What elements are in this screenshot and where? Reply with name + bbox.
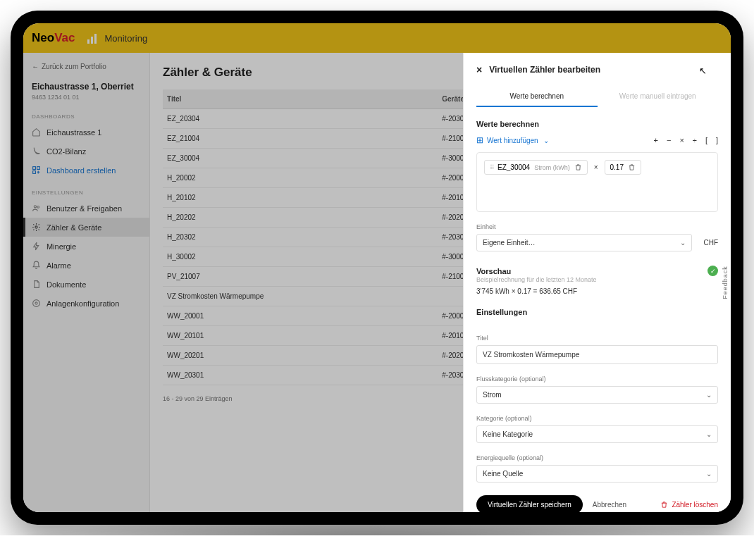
sidebar-item-meters[interactable]: Zähler & Geräte [23, 218, 149, 237]
svg-point-7 [33, 300, 40, 307]
sidebar-item-eichaustrasse[interactable]: Eichaustrasse 1 [23, 123, 149, 142]
cancel-button[interactable]: Abbrechen [593, 501, 626, 509]
chip-unit: Strom (kWh) [534, 164, 570, 171]
preview-sub: Beispielrechnung für die letzten 12 Mona… [476, 276, 718, 283]
unit-label: Einheit [476, 223, 718, 230]
sidebar-item-label: Benutzer & Freigaben [47, 204, 122, 213]
check-icon: ✓ [707, 266, 718, 276]
tab-calculate[interactable]: Werte berechnen [476, 87, 598, 107]
sidebar-item-alarms[interactable]: Alarme [23, 256, 149, 275]
sidebar-item-documents[interactable]: Dokumente [23, 275, 149, 294]
settings-icon [32, 299, 41, 308]
kat-label: Kategorie (optional) [476, 415, 718, 422]
sidebar-item-label: Eichaustrasse 1 [47, 128, 101, 137]
sidebar-item-label: Dashboard erstellen [47, 166, 116, 175]
sidebar: Zurück zum Portfolio Eichaustrasse 1, Ob… [23, 53, 150, 512]
settings-heading: Einstellungen [476, 308, 718, 316]
op-button[interactable]: [ [705, 136, 707, 144]
preview-calc: 3'745 kWh × 0.17 = 636.65 CHF [476, 287, 718, 295]
topbar: NeoVac Monitoring [23, 23, 731, 53]
bolt-icon [32, 242, 41, 251]
sidebar-item-co2[interactable]: CO2-Bilanz [23, 142, 149, 161]
fluss-label: Flusskategorie (optional) [476, 375, 718, 382]
formula-editor[interactable]: ⠿ EZ_30004 Strom (kWh) × 0.17 [476, 152, 718, 212]
add-value-button[interactable]: Wert hinzufügen [476, 135, 549, 145]
sidebar-item-label: Alarme [47, 261, 71, 270]
create-dashboard[interactable]: Dashboard erstellen [23, 161, 149, 180]
op-button[interactable]: ÷ [693, 136, 697, 144]
sidebar-item-minergie[interactable]: Minergie [23, 237, 149, 256]
formula-chip-factor[interactable]: 0.17 [605, 160, 641, 175]
unit-select[interactable]: Eigene Einheit… [476, 234, 692, 251]
kat-select[interactable]: Keine Kategorie [476, 425, 718, 443]
save-button[interactable]: Virtuellen Zähler speichern [476, 495, 583, 512]
leaf-icon [32, 147, 41, 156]
sidebar-item-label: Anlagenkonfiguration [47, 299, 119, 308]
address-id: 9463 1234 01 01 [32, 94, 141, 101]
close-icon[interactable]: × [476, 64, 482, 75]
users-icon [32, 204, 41, 213]
drag-icon[interactable]: ⠿ [490, 164, 493, 171]
tab-manual[interactable]: Werte manuell eintragen [598, 87, 719, 107]
home-icon [32, 127, 41, 137]
feedback-tab[interactable]: Feedback [722, 266, 729, 299]
titel-label: Titel [476, 335, 718, 342]
multiply-icon: × [594, 163, 598, 171]
energie-label: Energiequelle (optional) [476, 454, 718, 461]
edit-panel: × Virtuellen Zähler bearbeiten Werte ber… [463, 53, 731, 512]
app-name: Monitoring [104, 33, 147, 44]
edit-title: Virtuellen Zähler bearbeiten [489, 65, 600, 75]
energie-select[interactable]: Keine Quelle [476, 465, 718, 483]
bars-icon [87, 33, 98, 44]
chip-name: EZ_30004 [497, 163, 530, 171]
sidebar-item-label: Minergie [47, 242, 76, 251]
delete-button[interactable]: Zähler löschen [660, 501, 718, 509]
op-button[interactable]: − [667, 136, 671, 144]
plus-grid-icon [32, 166, 41, 175]
svg-point-3 [34, 206, 36, 208]
address-title: Eichaustrasse 1, Oberriet [32, 82, 141, 92]
svg-point-6 [35, 302, 37, 304]
dashboards-label: DASHBOARDS [23, 104, 149, 123]
svg-rect-1 [37, 167, 40, 170]
trash-icon[interactable] [574, 163, 582, 171]
trash-icon[interactable] [628, 163, 636, 171]
preview-heading: Vorschau [476, 267, 511, 275]
sidebar-item-config[interactable]: Anlagenkonfiguration [23, 294, 149, 313]
svg-point-5 [35, 226, 37, 228]
op-button[interactable]: × [679, 136, 684, 144]
col-title[interactable]: Titel [163, 89, 438, 109]
calc-heading: Werte berechnen [476, 120, 718, 128]
svg-rect-0 [33, 167, 36, 170]
op-button[interactable]: + [654, 136, 658, 144]
sidebar-item-label: Zähler & Geräte [47, 223, 101, 232]
sidebar-item-users[interactable]: Benutzer & Freigaben [23, 199, 149, 218]
svg-point-4 [37, 206, 39, 209]
logo: NeoVac [32, 31, 75, 45]
sidebar-item-label: Dokumente [47, 280, 86, 289]
svg-rect-2 [33, 171, 36, 174]
formula-chip[interactable]: ⠿ EZ_30004 Strom (kWh) [484, 160, 588, 175]
chip-factor: 0.17 [610, 163, 624, 171]
bell-icon [32, 261, 41, 270]
op-button[interactable]: ] [716, 136, 718, 144]
gear-icon [32, 223, 41, 232]
fluss-select[interactable]: Strom [476, 386, 718, 404]
sidebar-item-label: CO2-Bilanz [47, 147, 86, 156]
back-link[interactable]: Zurück zum Portfolio [23, 58, 149, 75]
settings-label: EINSTELLUNGEN [23, 180, 149, 199]
document-icon [32, 280, 41, 289]
unit-value: CHF [703, 239, 718, 247]
titel-input[interactable]: VZ Stromkosten Wärmepumpe [476, 345, 718, 364]
